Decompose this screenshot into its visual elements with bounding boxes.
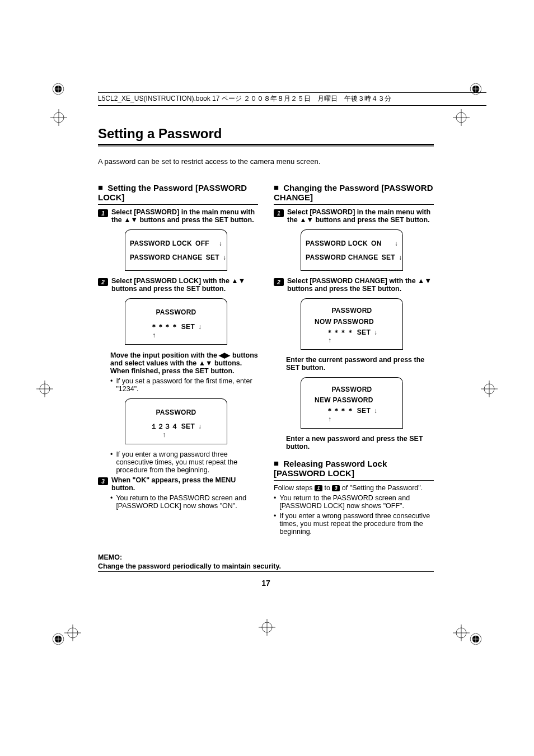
cross-mark [453,624,470,641]
instruction-move-input: Move the input position with the ◀▶ butt… [110,351,258,375]
step-1: 1Select [PASSWORD] in the main menu with… [98,208,258,224]
step-3: 3When "OK" appears, press the MENU butto… [98,476,258,492]
screen-now-password: PASSWORD NOW PASSWORD ＊＊＊＊ SET ↓ ↑ [301,298,403,349]
screen-password-entry-masked: PASSWORD ＊＊＊＊ SET ↓ ↑ [125,298,227,344]
memo-text: Change the password periodically to main… [98,561,434,572]
screen-password-menu-on: PASSWORD LOCK ON↓ PASSWORD CHANGE SET↓ [301,229,403,270]
page-number: 17 [98,579,434,588]
bullet-return-off: You return to the PASSWORD screen and [P… [274,494,434,510]
intro-text: A password can be set to restrict access… [98,157,434,166]
memo-block: MEMO: Change the password periodically t… [98,553,434,572]
page-title: Setting a Password [98,126,434,142]
section-releasing-lock: ■ Releasing Password Lock [PASSWORD LOCK… [274,458,434,481]
screen-new-password: PASSWORD NEW PASSWORD ＊＊＊＊ SET ↓ ↑ [301,377,403,428]
cross-mark [481,381,498,397]
left-column: ■ Setting the Password [PASSWORD LOCK] 1… [98,182,258,538]
right-column: ■ Changing the Password [PASSWORD CHANGE… [274,182,434,538]
cross-mark [36,381,53,397]
step-2: 2Select [PASSWORD LOCK] with the ▲▼ butt… [98,277,258,293]
section-changing-password: ■ Changing the Password [PASSWORD CHANGE… [274,182,434,205]
step-r1: 1Select [PASSWORD] in the main menu with… [274,208,434,224]
cross-mark [64,624,81,641]
reg-mark-bl [50,631,66,647]
title-rule [98,144,434,147]
screen-password-1234: PASSWORD １２３４ SET ↓ ↑ [125,398,227,444]
reg-mark-br [468,631,484,647]
instruction-enter-new: Enter a new password and press the SET b… [286,435,434,450]
page-content: Setting a Password A password can be set… [98,126,434,588]
file-path-header: L5CL2_XE_US(INSTRUCTION).book 17 ページ ２００… [98,92,486,106]
cross-mark [453,109,470,126]
section-setting-password: ■ Setting the Password [PASSWORD LOCK] [98,182,258,205]
reg-mark-tl [50,81,66,97]
memo-title: MEMO: [98,553,434,561]
follow-steps-text: Follow steps 1 to 3 of "Setting the Pass… [274,484,434,492]
cross-mark [259,619,275,636]
screen-password-menu-off: PASSWORD LOCK OFF↓ PASSWORD CHANGE SET↓ [125,229,227,270]
bullet-return-on: You return to the PASSWORD screen and [P… [110,494,258,510]
cross-mark [50,109,67,126]
bullet-wrong-password: If you enter a wrong password three cons… [110,450,258,474]
bullet-wrong-repeat: If you enter a wrong password three cons… [274,512,434,536]
step-r2: 2Select [PASSWORD CHANGE] with the ▲▼ bu… [274,277,434,293]
bullet-first-time: If you set a password for the first time… [110,377,258,393]
instruction-enter-current: Enter the current password and press the… [286,356,434,372]
